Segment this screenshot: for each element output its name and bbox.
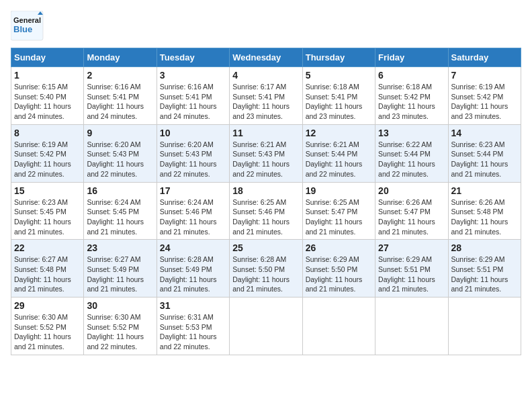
calendar-cell: 26 Sunrise: 6:29 AMSunset: 5:50 PMDaylig… [302,240,375,298]
day-number: 23 [87,242,153,253]
calendar-cell: 17 Sunrise: 6:24 AMSunset: 5:46 PMDaylig… [157,182,229,240]
day-info: Sunrise: 6:15 AMSunset: 5:40 PMDaylight:… [14,82,81,122]
calendar-cell: 14 Sunrise: 6:23 AMSunset: 5:44 PMDaylig… [448,124,521,182]
day-info: Sunrise: 6:25 AMSunset: 5:47 PMDaylight:… [306,197,372,237]
day-number: 4 [232,70,299,81]
day-number: 20 [378,185,445,196]
calendar-cell: 11 Sunrise: 6:21 AMSunset: 5:43 PMDaylig… [230,124,302,182]
day-number: 30 [87,300,153,311]
day-info: Sunrise: 6:30 AMSunset: 5:52 PMDaylight:… [87,312,153,352]
calendar-cell: 3 Sunrise: 6:16 AMSunset: 5:41 PMDayligh… [157,67,229,125]
calendar-cell [230,298,302,355]
day-info: Sunrise: 6:27 AMSunset: 5:48 PMDaylight:… [14,255,81,294]
day-number: 9 [87,128,153,138]
day-info: Sunrise: 6:31 AMSunset: 5:53 PMDaylight:… [160,312,226,352]
day-number: 6 [378,70,445,81]
svg-text:Blue: Blue [13,24,32,34]
calendar-cell: 31 Sunrise: 6:31 AMSunset: 5:53 PMDaylig… [157,298,229,355]
day-info: Sunrise: 6:19 AMSunset: 5:42 PMDaylight:… [14,140,81,179]
calendar-table: SundayMondayTuesdayWednesdayThursdayFrid… [11,48,521,355]
calendar-cell: 10 Sunrise: 6:20 AMSunset: 5:43 PMDaylig… [157,124,229,182]
calendar-cell: 22 Sunrise: 6:27 AMSunset: 5:48 PMDaylig… [11,240,84,298]
weekday-header-tuesday: Tuesday [157,48,229,67]
calendar-cell: 25 Sunrise: 6:28 AMSunset: 5:50 PMDaylig… [230,240,302,298]
day-number: 5 [306,70,372,81]
day-info: Sunrise: 6:22 AMSunset: 5:44 PMDaylight:… [378,140,445,179]
calendar-cell: 6 Sunrise: 6:18 AMSunset: 5:42 PMDayligh… [375,67,448,125]
calendar-week-4: 22 Sunrise: 6:27 AMSunset: 5:48 PMDaylig… [11,240,521,298]
day-number: 8 [14,128,81,138]
day-info: Sunrise: 6:29 AMSunset: 5:51 PMDaylight:… [451,255,518,294]
calendar-cell: 16 Sunrise: 6:24 AMSunset: 5:45 PMDaylig… [84,182,157,240]
day-number: 24 [160,242,226,253]
day-info: Sunrise: 6:19 AMSunset: 5:42 PMDaylight:… [451,82,518,122]
day-info: Sunrise: 6:28 AMSunset: 5:49 PMDaylight:… [160,255,226,294]
calendar-cell: 5 Sunrise: 6:18 AMSunset: 5:41 PMDayligh… [302,67,375,125]
calendar-cell: 24 Sunrise: 6:28 AMSunset: 5:49 PMDaylig… [157,240,229,298]
calendar-cell: 19 Sunrise: 6:25 AMSunset: 5:47 PMDaylig… [302,182,375,240]
day-info: Sunrise: 6:24 AMSunset: 5:45 PMDaylight:… [87,197,153,237]
day-info: Sunrise: 6:20 AMSunset: 5:43 PMDaylight:… [87,140,153,179]
day-number: 26 [306,242,372,253]
page-header: General Blue [11,11,521,41]
calendar-cell [302,298,375,355]
day-number: 25 [232,242,299,253]
day-number: 13 [378,128,445,138]
weekday-header-saturday: Saturday [448,48,521,67]
day-info: Sunrise: 6:18 AMSunset: 5:42 PMDaylight:… [378,82,445,122]
weekday-header-row: SundayMondayTuesdayWednesdayThursdayFrid… [11,48,521,67]
calendar-cell: 28 Sunrise: 6:29 AMSunset: 5:51 PMDaylig… [448,240,521,298]
day-info: Sunrise: 6:26 AMSunset: 5:47 PMDaylight:… [378,197,445,237]
calendar-week-2: 8 Sunrise: 6:19 AMSunset: 5:42 PMDayligh… [11,124,521,182]
day-number: 16 [87,185,153,196]
calendar-cell: 27 Sunrise: 6:29 AMSunset: 5:51 PMDaylig… [375,240,448,298]
calendar-cell: 13 Sunrise: 6:22 AMSunset: 5:44 PMDaylig… [375,124,448,182]
calendar-cell: 9 Sunrise: 6:20 AMSunset: 5:43 PMDayligh… [84,124,157,182]
day-number: 2 [87,70,153,81]
day-info: Sunrise: 6:29 AMSunset: 5:51 PMDaylight:… [378,255,445,294]
weekday-header-thursday: Thursday [302,48,375,67]
day-info: Sunrise: 6:23 AMSunset: 5:44 PMDaylight:… [451,140,518,179]
calendar-week-5: 29 Sunrise: 6:30 AMSunset: 5:52 PMDaylig… [11,298,521,355]
weekday-header-friday: Friday [375,48,448,67]
calendar-cell: 4 Sunrise: 6:17 AMSunset: 5:41 PMDayligh… [230,67,302,125]
calendar-cell [375,298,448,355]
calendar-cell: 8 Sunrise: 6:19 AMSunset: 5:42 PMDayligh… [11,124,84,182]
day-info: Sunrise: 6:25 AMSunset: 5:46 PMDaylight:… [232,197,299,237]
day-info: Sunrise: 6:28 AMSunset: 5:50 PMDaylight:… [232,255,299,294]
day-info: Sunrise: 6:18 AMSunset: 5:41 PMDaylight:… [306,82,372,122]
calendar-cell: 23 Sunrise: 6:27 AMSunset: 5:49 PMDaylig… [84,240,157,298]
day-number: 7 [451,70,518,81]
day-number: 15 [14,185,81,196]
logo-svg: General Blue [11,11,44,41]
calendar-week-1: 1 Sunrise: 6:15 AMSunset: 5:40 PMDayligh… [11,67,521,125]
day-info: Sunrise: 6:16 AMSunset: 5:41 PMDaylight:… [160,82,226,122]
day-number: 29 [14,300,81,311]
weekday-header-sunday: Sunday [11,48,84,67]
day-info: Sunrise: 6:20 AMSunset: 5:43 PMDaylight:… [160,140,226,179]
day-number: 14 [451,128,518,138]
day-number: 18 [232,185,299,196]
calendar-cell: 12 Sunrise: 6:21 AMSunset: 5:44 PMDaylig… [302,124,375,182]
day-number: 12 [306,128,372,138]
day-info: Sunrise: 6:27 AMSunset: 5:49 PMDaylight:… [87,255,153,294]
day-number: 19 [306,185,372,196]
day-number: 3 [160,70,226,81]
day-number: 31 [160,300,226,311]
day-number: 28 [451,242,518,253]
calendar-cell: 7 Sunrise: 6:19 AMSunset: 5:42 PMDayligh… [448,67,521,125]
calendar-week-3: 15 Sunrise: 6:23 AMSunset: 5:45 PMDaylig… [11,182,521,240]
calendar-cell: 20 Sunrise: 6:26 AMSunset: 5:47 PMDaylig… [375,182,448,240]
calendar-cell: 15 Sunrise: 6:23 AMSunset: 5:45 PMDaylig… [11,182,84,240]
svg-text:General: General [13,16,41,24]
day-info: Sunrise: 6:26 AMSunset: 5:48 PMDaylight:… [451,197,518,237]
weekday-header-wednesday: Wednesday [230,48,302,67]
day-info: Sunrise: 6:17 AMSunset: 5:41 PMDaylight:… [232,82,299,122]
calendar-cell: 1 Sunrise: 6:15 AMSunset: 5:40 PMDayligh… [11,67,84,125]
day-info: Sunrise: 6:24 AMSunset: 5:46 PMDaylight:… [160,197,226,237]
calendar-cell: 2 Sunrise: 6:16 AMSunset: 5:41 PMDayligh… [84,67,157,125]
day-number: 22 [14,242,81,253]
day-number: 17 [160,185,226,196]
day-number: 11 [232,128,299,138]
calendar-cell: 30 Sunrise: 6:30 AMSunset: 5:52 PMDaylig… [84,298,157,355]
